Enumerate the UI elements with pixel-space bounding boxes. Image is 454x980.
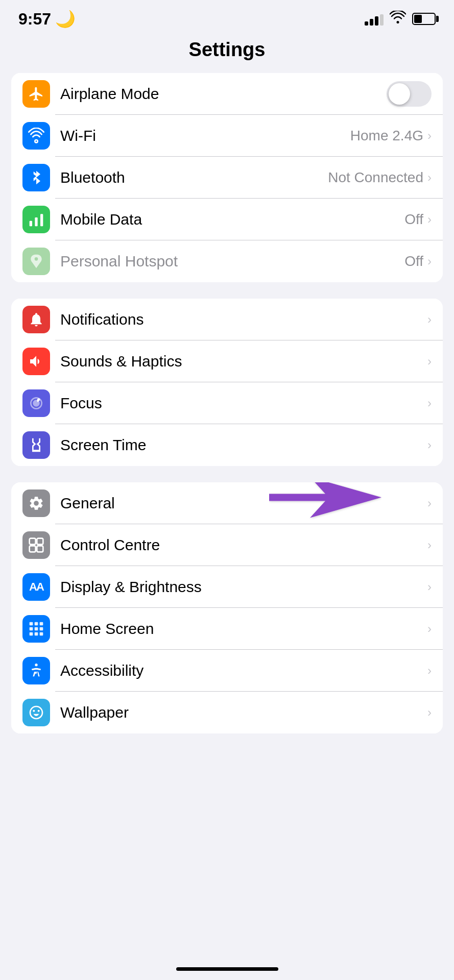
personal-hotspot-icon: [22, 248, 50, 275]
control-centre-chevron-icon: ›: [427, 538, 432, 552]
time-display: 9:57: [18, 10, 51, 29]
mobile-data-chevron-icon: ›: [427, 212, 432, 227]
connectivity-group: Airplane Mode Wi-Fi Home 2.4G › Bluetoot…: [11, 73, 443, 282]
svg-rect-1: [35, 217, 37, 226]
svg-rect-9: [35, 622, 38, 626]
svg-rect-11: [30, 627, 33, 631]
signal-bars-icon: [365, 12, 384, 26]
svg-rect-2: [40, 214, 43, 226]
display-brightness-row[interactable]: AA Display & Brightness ›: [11, 566, 443, 608]
sounds-haptics-label: Sounds & Haptics: [60, 353, 182, 370]
status-time: 9:57 🌙: [18, 9, 76, 29]
home-indicator: [176, 967, 278, 971]
display-brightness-label: Display & Brightness: [60, 578, 202, 596]
wallpaper-label: Wallpaper: [60, 704, 129, 721]
personal-hotspot-label: Personal Hotspot: [60, 253, 178, 270]
home-screen-label: Home Screen: [60, 620, 154, 638]
status-bar: 9:57 🌙: [0, 0, 454, 34]
airplane-mode-label: Airplane Mode: [60, 85, 159, 103]
nav-title-area: Settings: [0, 34, 454, 73]
control-centre-row[interactable]: Control Centre ›: [11, 524, 443, 566]
display-brightness-icon: AA: [22, 573, 50, 601]
notifications-chevron-icon: ›: [427, 312, 432, 327]
screen-time-chevron-icon: ›: [427, 438, 432, 452]
svg-rect-6: [30, 546, 36, 552]
svg-rect-7: [37, 546, 43, 552]
bluetooth-value: Not Connected: [328, 169, 423, 186]
control-centre-icon: [22, 531, 50, 559]
personal-hotspot-chevron-icon: ›: [427, 254, 432, 268]
focus-label: Focus: [60, 395, 102, 412]
wifi-chevron-icon: ›: [427, 129, 432, 143]
svg-rect-5: [37, 538, 43, 545]
wifi-setting-icon: [22, 122, 50, 150]
mobile-data-icon: [22, 206, 50, 233]
general-label: General: [60, 495, 115, 512]
bluetooth-label: Bluetooth: [60, 169, 125, 186]
general-chevron-icon: ›: [427, 496, 432, 510]
accessibility-label: Accessibility: [60, 662, 144, 679]
svg-rect-13: [40, 627, 43, 631]
battery-icon: [412, 13, 436, 25]
focus-row[interactable]: Focus ›: [11, 382, 443, 424]
svg-rect-4: [30, 538, 36, 545]
page-title: Settings: [0, 39, 454, 61]
svg-rect-10: [40, 622, 43, 626]
focus-icon: [22, 389, 50, 417]
home-screen-icon: [22, 615, 50, 643]
screen-time-row[interactable]: Screen Time ›: [11, 424, 443, 466]
sounds-haptics-icon: [22, 348, 50, 375]
svg-rect-14: [30, 632, 33, 636]
svg-point-17: [35, 664, 37, 666]
control-centre-label: Control Centre: [60, 536, 160, 554]
home-screen-row[interactable]: Home Screen ›: [11, 608, 443, 650]
svg-rect-12: [35, 627, 38, 631]
personal-hotspot-value: Off: [404, 253, 423, 270]
wallpaper-row[interactable]: Wallpaper ›: [11, 692, 443, 733]
mobile-data-value: Off: [404, 211, 423, 228]
personal-hotspot-row[interactable]: Personal Hotspot Off ›: [11, 240, 443, 282]
svg-point-18: [33, 710, 35, 712]
bluetooth-icon: [22, 164, 50, 191]
wifi-icon: [390, 11, 406, 28]
display-group: General › Control Centre › A: [11, 482, 443, 733]
accessibility-row[interactable]: Accessibility ›: [11, 650, 443, 692]
focus-chevron-icon: ›: [427, 396, 432, 410]
svg-point-19: [38, 710, 40, 712]
general-row[interactable]: General ›: [11, 482, 443, 524]
notifications-icon: [22, 306, 50, 333]
wallpaper-chevron-icon: ›: [427, 705, 432, 720]
bluetooth-row[interactable]: Bluetooth Not Connected ›: [11, 157, 443, 199]
mobile-data-label: Mobile Data: [60, 211, 142, 228]
airplane-mode-icon: [22, 80, 50, 108]
accessibility-icon: [22, 657, 50, 684]
svg-rect-8: [30, 622, 33, 626]
svg-rect-0: [30, 221, 32, 227]
wallpaper-icon: [22, 699, 50, 726]
general-icon: [22, 489, 50, 517]
notifications-label: Notifications: [60, 311, 144, 328]
moon-icon: 🌙: [55, 9, 76, 29]
airplane-mode-toggle[interactable]: [387, 81, 432, 107]
airplane-mode-row[interactable]: Airplane Mode: [11, 73, 443, 115]
sounds-haptics-chevron-icon: ›: [427, 354, 432, 369]
accessibility-chevron-icon: ›: [427, 664, 432, 678]
screen-time-label: Screen Time: [60, 436, 146, 454]
notifications-row[interactable]: Notifications ›: [11, 299, 443, 340]
mobile-data-row[interactable]: Mobile Data Off ›: [11, 199, 443, 240]
home-screen-chevron-icon: ›: [427, 622, 432, 636]
bluetooth-chevron-icon: ›: [427, 170, 432, 185]
wifi-label: Wi-Fi: [60, 127, 96, 144]
display-brightness-chevron-icon: ›: [427, 580, 432, 594]
svg-rect-16: [40, 632, 43, 636]
screen-time-icon: [22, 431, 50, 459]
status-icons: [365, 11, 436, 28]
notifications-group: Notifications › Sounds & Haptics › Focus…: [11, 299, 443, 466]
wifi-value: Home 2.4G: [350, 128, 423, 144]
svg-rect-15: [35, 632, 38, 636]
sounds-haptics-row[interactable]: Sounds & Haptics ›: [11, 340, 443, 382]
wifi-row[interactable]: Wi-Fi Home 2.4G ›: [11, 115, 443, 157]
